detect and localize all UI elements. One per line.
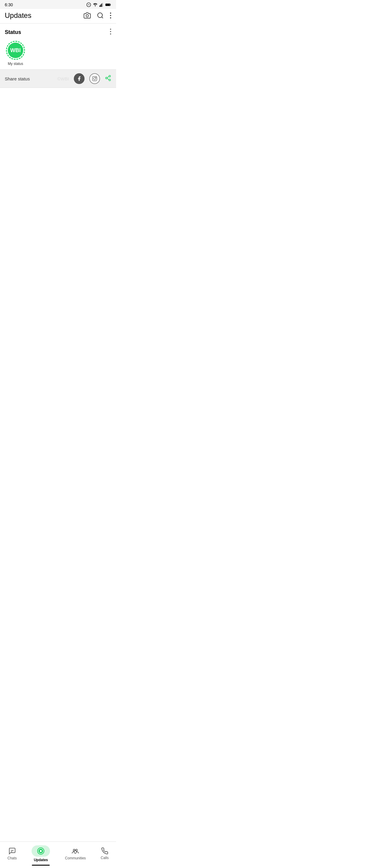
camera-button[interactable] bbox=[84, 12, 91, 19]
share-status-text: Share status bbox=[5, 76, 30, 81]
svg-rect-18 bbox=[93, 76, 97, 81]
svg-point-23 bbox=[109, 79, 111, 81]
svg-point-9 bbox=[86, 14, 89, 17]
dnd-icon bbox=[86, 2, 91, 7]
svg-rect-5 bbox=[101, 4, 102, 7]
main-content bbox=[0, 88, 116, 243]
status-icons bbox=[86, 2, 111, 7]
my-status-item[interactable]: WBI My status bbox=[5, 41, 26, 66]
instagram-share-button[interactable] bbox=[89, 73, 100, 84]
my-status-avatar-wrapper: WBI bbox=[6, 41, 25, 60]
svg-line-25 bbox=[107, 76, 109, 78]
status-section-header: Status bbox=[0, 24, 116, 38]
search-button[interactable] bbox=[97, 12, 104, 19]
share-status-bar: Share status ©WBI bbox=[0, 69, 116, 88]
svg-line-24 bbox=[107, 78, 109, 80]
svg-rect-6 bbox=[102, 3, 103, 7]
svg-rect-3 bbox=[99, 5, 100, 7]
svg-point-22 bbox=[106, 77, 107, 79]
svg-point-2 bbox=[95, 6, 96, 6]
svg-point-15 bbox=[110, 29, 111, 30]
svg-point-16 bbox=[110, 31, 111, 32]
svg-point-10 bbox=[98, 13, 102, 18]
svg-point-14 bbox=[110, 17, 111, 19]
share-status-container: Share status ©WBI bbox=[0, 69, 116, 88]
status-list: WBI My status bbox=[0, 38, 116, 69]
svg-point-21 bbox=[109, 75, 111, 77]
app-bar-actions bbox=[84, 12, 111, 19]
signal-icon bbox=[99, 2, 104, 7]
my-status-avatar: WBI bbox=[8, 42, 23, 58]
status-bar: 6:30 bbox=[0, 0, 116, 9]
svg-point-13 bbox=[110, 15, 111, 16]
wifi-icon bbox=[93, 2, 98, 7]
status-more-button[interactable] bbox=[110, 28, 111, 36]
svg-point-19 bbox=[94, 78, 96, 80]
my-status-label: My status bbox=[8, 62, 23, 66]
status-time: 6:30 bbox=[5, 2, 13, 7]
svg-line-11 bbox=[102, 17, 103, 18]
battery-icon bbox=[105, 3, 111, 7]
svg-point-12 bbox=[110, 12, 111, 14]
svg-point-17 bbox=[110, 33, 111, 35]
more-options-button[interactable] bbox=[110, 12, 111, 19]
svg-point-20 bbox=[96, 77, 96, 78]
watermark: ©WBI bbox=[58, 76, 69, 81]
generic-share-button[interactable] bbox=[105, 75, 111, 83]
share-icons: ©WBI bbox=[58, 73, 111, 84]
svg-rect-4 bbox=[100, 4, 101, 7]
page-title: Updates bbox=[5, 11, 31, 20]
facebook-share-button[interactable] bbox=[74, 73, 84, 84]
svg-rect-8 bbox=[106, 4, 109, 6]
avatar-initials: WBI bbox=[10, 48, 21, 54]
app-bar: Updates bbox=[0, 9, 116, 24]
status-section-title: Status bbox=[5, 29, 21, 35]
